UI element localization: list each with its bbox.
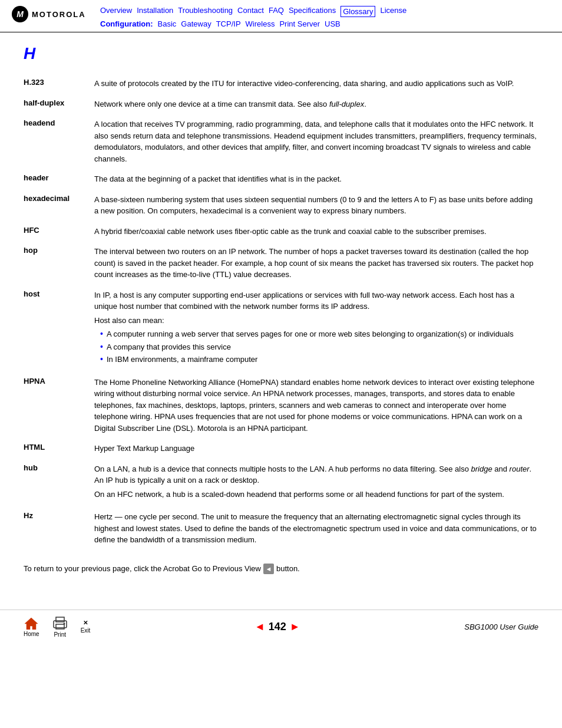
host-bullets: A computer running a web server that ser… bbox=[100, 328, 538, 365]
home-icon bbox=[24, 617, 39, 630]
exit-x-icon: ✕ bbox=[83, 620, 88, 626]
term-hop: hop bbox=[24, 243, 94, 286]
main-nav: Overview Installation Troubleshooting Co… bbox=[100, 6, 550, 17]
term-host: host bbox=[24, 286, 94, 374]
return-text-after: button. bbox=[276, 564, 300, 573]
home-button[interactable]: Home bbox=[24, 617, 39, 637]
term-hpna: HPNA bbox=[24, 374, 94, 440]
table-row: H.323 A suite of protocols created by th… bbox=[24, 75, 538, 95]
exit-button[interactable]: ✕ Exit bbox=[81, 620, 91, 634]
italic-full-duplex: full-duplex bbox=[329, 100, 364, 108]
nav-faq[interactable]: FAQ bbox=[269, 6, 284, 17]
def-hop: The interval between two routers on an I… bbox=[94, 243, 538, 286]
italic-bridge: bridge bbox=[471, 465, 492, 473]
def-hexadecimal: A base-sixteen numbering system that use… bbox=[94, 191, 538, 223]
term-header: header bbox=[24, 170, 94, 191]
nav-specifications[interactable]: Specifications bbox=[289, 6, 336, 17]
list-item: A computer running a web server that ser… bbox=[100, 328, 538, 340]
def-hpna: The Home Phoneline Networking Alliance (… bbox=[94, 374, 538, 440]
logo-area: M MOTOROLA bbox=[12, 6, 88, 22]
config-basic[interactable]: Basic bbox=[158, 19, 177, 28]
motorola-wordmark: MOTOROLA bbox=[32, 10, 86, 19]
nav-area: Overview Installation Troubleshooting Co… bbox=[100, 6, 550, 28]
def-hfc: A hybrid fiber/coaxial cable network use… bbox=[94, 223, 538, 243]
svg-marker-0 bbox=[25, 618, 38, 630]
term-half-duplex: half-duplex bbox=[24, 95, 94, 116]
nav-overview[interactable]: Overview bbox=[100, 6, 132, 17]
def-hz: Hertz — one cycle per second. The unit t… bbox=[94, 508, 538, 552]
table-row: half-duplex Network where only one devic… bbox=[24, 95, 538, 116]
prev-page-arrow[interactable]: ◄ bbox=[254, 621, 265, 633]
header: M MOTOROLA Overview Installation Trouble… bbox=[0, 0, 562, 32]
config-print-server[interactable]: Print Server bbox=[279, 19, 320, 28]
nav-license[interactable]: License bbox=[380, 6, 406, 17]
page-number: 142 bbox=[269, 621, 286, 633]
config-usb[interactable]: USB bbox=[325, 19, 340, 28]
config-tcpip[interactable]: TCP/IP bbox=[216, 19, 241, 28]
logo-letter: M bbox=[16, 9, 24, 19]
def-html: Hyper Text Markup Language bbox=[94, 440, 538, 460]
section-heading: H bbox=[24, 44, 538, 63]
return-note: To return to your previous page, click t… bbox=[24, 564, 538, 574]
home-label: Home bbox=[24, 631, 39, 637]
glossary-table: H.323 A suite of protocols created by th… bbox=[24, 75, 538, 552]
footer: Home Print ✕ Exit ◄ 142 ► SBG1000 User G… bbox=[0, 610, 562, 644]
motorola-logo-circle: M bbox=[12, 6, 28, 22]
term-hub: hub bbox=[24, 460, 94, 509]
print-button[interactable]: Print bbox=[51, 616, 69, 638]
table-row: host In IP, a host is any computer suppo… bbox=[24, 286, 538, 374]
guide-title: SBG1000 User Guide bbox=[464, 622, 538, 631]
nav-contact[interactable]: Contact bbox=[237, 6, 264, 17]
next-page-arrow[interactable]: ► bbox=[290, 621, 300, 633]
italic-router: router bbox=[510, 465, 530, 473]
config-gateway[interactable]: Gateway bbox=[181, 19, 211, 28]
svg-rect-3 bbox=[56, 624, 64, 629]
hub-def2: On an HFC network, a hub is a scaled-dow… bbox=[94, 489, 538, 500]
term-hexadecimal: hexadecimal bbox=[24, 191, 94, 223]
list-item: A company that provides this service bbox=[100, 341, 538, 353]
host-also: Host also can mean: bbox=[94, 315, 538, 327]
def-half-duplex: Network where only one device at a time … bbox=[94, 95, 538, 116]
hub-def1: On a LAN, a hub is a device that connect… bbox=[94, 463, 538, 486]
table-row: HFC A hybrid fiber/coaxial cable network… bbox=[24, 223, 538, 243]
table-row: headend A location that receives TV prog… bbox=[24, 116, 538, 170]
table-row: HTML Hyper Text Markup Language bbox=[24, 440, 538, 460]
svg-point-4 bbox=[63, 622, 65, 624]
back-arrow-icon: ◄ bbox=[263, 564, 274, 574]
print-icon bbox=[51, 616, 69, 630]
def-host: In IP, a host is any computer supporting… bbox=[94, 286, 538, 374]
term-hfc: HFC bbox=[24, 223, 94, 243]
main-content: H H.323 A suite of protocols created by … bbox=[0, 32, 562, 586]
config-wireless[interactable]: Wireless bbox=[246, 19, 275, 28]
term-hz: Hz bbox=[24, 508, 94, 552]
def-h323: A suite of protocols created by the ITU … bbox=[94, 75, 538, 95]
table-row: HPNA The Home Phoneline Networking Allia… bbox=[24, 374, 538, 440]
print-label: Print bbox=[54, 631, 66, 638]
svg-rect-2 bbox=[56, 617, 64, 622]
def-hub: On a LAN, a hub is a device that connect… bbox=[94, 460, 538, 509]
table-row: header The data at the beginning of a pa… bbox=[24, 170, 538, 191]
return-text-before: To return to your previous page, click t… bbox=[24, 564, 261, 573]
table-row: hop The interval between two routers on … bbox=[24, 243, 538, 286]
footer-nav: Home Print ✕ Exit bbox=[24, 616, 90, 638]
exit-label: Exit bbox=[81, 627, 91, 634]
def-headend: A location that receives TV programming,… bbox=[94, 116, 538, 170]
page-navigation: ◄ 142 ► bbox=[254, 621, 300, 633]
table-row: hexadecimal A base-sixteen numbering sys… bbox=[24, 191, 538, 223]
table-row: hub On a LAN, a hub is a device that con… bbox=[24, 460, 538, 509]
nav-installation[interactable]: Installation bbox=[137, 6, 173, 17]
term-headend: headend bbox=[24, 116, 94, 170]
nav-glossary[interactable]: Glossary bbox=[340, 6, 375, 17]
term-h323: H.323 bbox=[24, 75, 94, 95]
nav-troubleshooting[interactable]: Troubleshooting bbox=[178, 6, 233, 17]
list-item: In IBM environments, a mainframe compute… bbox=[100, 354, 538, 365]
config-label: Configuration: bbox=[100, 19, 153, 28]
host-intro: In IP, a host is any computer supporting… bbox=[94, 289, 538, 312]
config-nav: Configuration: Basic Gateway TCP/IP Wire… bbox=[100, 19, 550, 28]
def-header: The data at the beginning of a packet th… bbox=[94, 170, 538, 191]
table-row: Hz Hertz — one cycle per second. The uni… bbox=[24, 508, 538, 552]
term-html: HTML bbox=[24, 440, 94, 460]
